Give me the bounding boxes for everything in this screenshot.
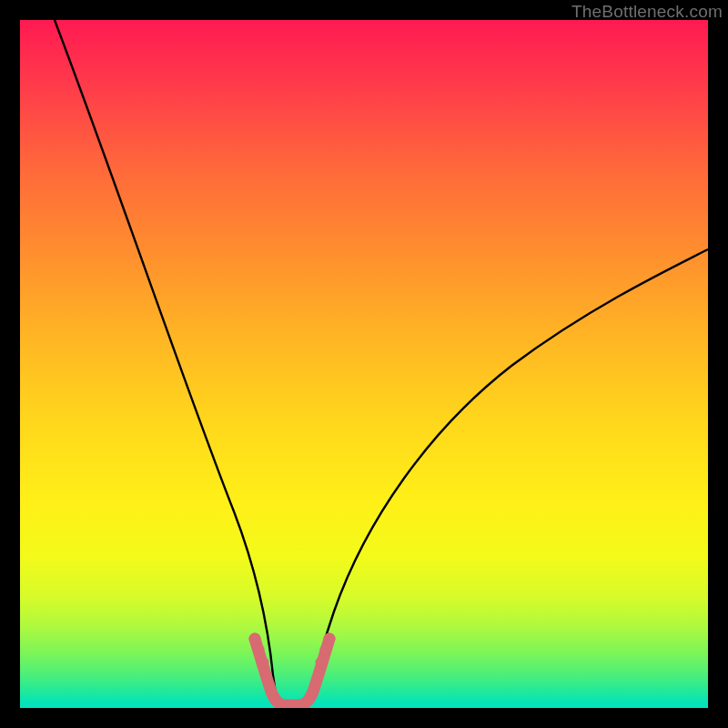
valley-dot [316,657,328,669]
valley-dot [320,644,332,656]
valley-dot [253,644,265,656]
bottleneck-curve [20,20,708,708]
valley-dot [324,633,336,645]
valley-dot [249,633,261,645]
chart-frame [20,20,708,708]
curve-left [55,20,278,703]
valley-dot [258,657,269,669]
curve-right [308,249,708,703]
valley-marker [255,639,329,705]
watermark-text: TheBottleneck.com [571,2,723,22]
